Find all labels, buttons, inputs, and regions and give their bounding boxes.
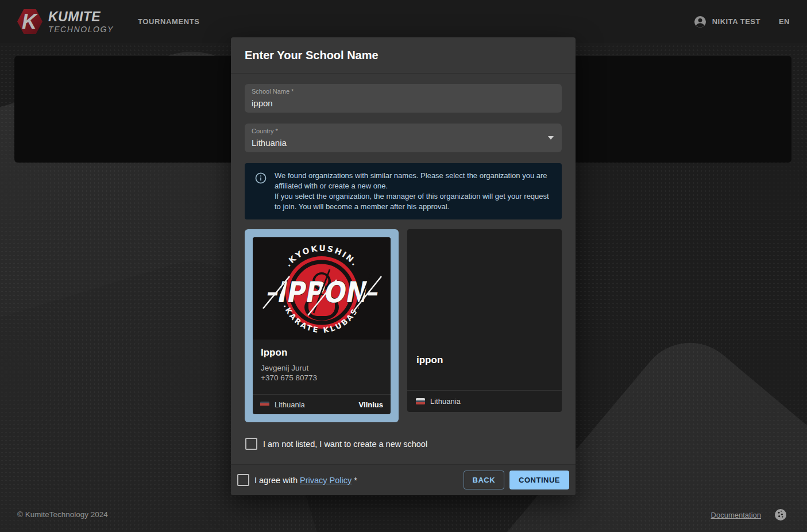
language-selector[interactable]: EN <box>779 17 790 26</box>
organization-name: Ippon <box>261 347 383 358</box>
brand-logo-letter: K <box>22 9 37 34</box>
ippon-club-logo: .KYOKUSHIN. .KARATE KLUBAS. – – IPPON <box>253 237 391 340</box>
school-name-value: ippon <box>252 98 273 108</box>
required-mark: * <box>354 476 357 485</box>
cookie-settings-icon[interactable] <box>774 508 787 522</box>
brand-hexagon-icon: K <box>17 9 43 35</box>
school-name-field[interactable]: School Name * ippon <box>245 84 562 113</box>
agree-privacy-checkbox[interactable] <box>237 474 249 486</box>
organization-cards: .KYOKUSHIN. .KARATE KLUBAS. – – IPPON <box>245 229 562 422</box>
agree-privacy-label: I agree with Privacy Policy * <box>254 476 357 485</box>
alert-text: We found organizations with similar name… <box>275 171 554 212</box>
lithuania-flag-icon <box>260 402 269 408</box>
school-name-label: School Name * <box>252 88 294 95</box>
account-circle-icon <box>693 15 707 29</box>
create-new-school-label: I am not listed, I want to create a new … <box>263 440 427 449</box>
page-footer: © KumiteTechnology 2024 Documentation <box>0 503 807 532</box>
organization-card-inner: .KYOKUSHIN. .KARATE KLUBAS. – – IPPON <box>253 237 391 414</box>
copyright-text: © KumiteTechnology 2024 <box>17 510 108 519</box>
card-footer: Lithuania Vilnius <box>253 394 391 414</box>
user-name: NIKITA TEST <box>712 17 760 26</box>
brand-subname: TECHNOLOGY <box>48 25 114 33</box>
country-value: Lithuania <box>252 138 287 148</box>
dialog-title: Enter Your School Name <box>245 49 379 62</box>
card-footer: Lithuania <box>407 390 562 412</box>
organization-city: Vilnius <box>359 400 383 409</box>
dialog-footer: I agree with Privacy Policy * BACK CONTI… <box>231 464 576 495</box>
logo-word: IPPON <box>275 275 370 309</box>
agree-privacy-row: I agree with Privacy Policy * <box>237 474 357 486</box>
card-empty-media <box>407 229 562 347</box>
info-icon <box>254 172 267 184</box>
header-right: NIKITA TEST EN <box>693 15 790 29</box>
card-body: ippon <box>407 347 562 371</box>
country-label: Country * <box>252 128 278 134</box>
nav-tournaments[interactable]: TOURNAMENTS <box>138 17 199 26</box>
organization-card-ippon-selected[interactable]: .KYOKUSHIN. .KARATE KLUBAS. – – IPPON <box>245 229 399 422</box>
lithuania-flag-icon <box>416 398 425 404</box>
organization-name: ippon <box>416 354 553 366</box>
brand-name: KUMITE <box>48 10 114 24</box>
alert-line-1: We found organizations with similar name… <box>275 171 554 191</box>
organization-manager: Jevgenij Jurut <box>261 363 383 373</box>
chevron-down-icon <box>548 136 554 140</box>
back-button[interactable]: BACK <box>464 471 505 489</box>
user-menu[interactable]: NIKITA TEST <box>693 15 760 29</box>
brand-text: KUMITE TECHNOLOGY <box>48 10 114 33</box>
privacy-policy-link[interactable]: Privacy Policy <box>300 476 352 485</box>
organization-country: Lithuania <box>430 397 461 406</box>
organization-card-ippon-plain[interactable]: ippon Lithuania <box>407 229 562 412</box>
alert-line-2: If you select the organization, the mana… <box>275 191 554 212</box>
country-select[interactable]: Country * Lithuania <box>245 124 562 152</box>
info-alert: We found organizations with similar name… <box>245 163 562 219</box>
app-header: K KUMITE TECHNOLOGY TOURNAMENTS NIKITA T… <box>0 0 807 43</box>
card-body: Ippon Jevgenij Jurut +370 675 80773 <box>253 340 391 383</box>
agree-prefix: I agree with <box>254 476 298 485</box>
create-new-school-option: I am not listed, I want to create a new … <box>245 438 562 450</box>
dialog-header: Enter Your School Name <box>231 37 576 74</box>
school-dialog: Enter Your School Name School Name * ipp… <box>231 37 576 495</box>
brand-logo[interactable]: K KUMITE TECHNOLOGY <box>17 9 114 35</box>
organization-phone: +370 675 80773 <box>261 373 383 383</box>
page: K KUMITE TECHNOLOGY TOURNAMENTS NIKITA T… <box>0 0 807 532</box>
dialog-content: School Name * ippon Country * Lithuania … <box>231 74 576 464</box>
documentation-link[interactable]: Documentation <box>711 511 761 519</box>
organization-country: Lithuania <box>275 400 305 409</box>
create-new-school-checkbox[interactable] <box>245 438 257 450</box>
continue-button[interactable]: CONTINUE <box>509 471 569 489</box>
